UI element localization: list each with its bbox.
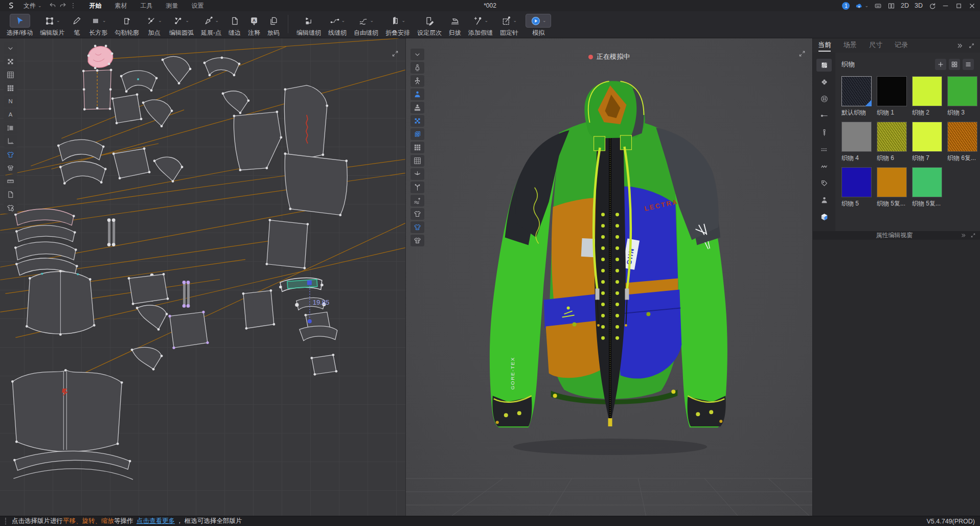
chevron-down-icon[interactable]: ⌄ xyxy=(485,18,489,23)
tool-garment-tools[interactable] xyxy=(4,202,17,214)
toolbar-button-extend-point[interactable]: ⌄延展-点 xyxy=(197,13,225,38)
fabric-item[interactable]: 织物 3 xyxy=(947,76,979,117)
fabric-item[interactable]: 织物 1 xyxy=(877,76,908,117)
tool-toggle-texture-3d[interactable] xyxy=(411,115,424,127)
tool-toggle-garment-overlay[interactable] xyxy=(4,149,17,161)
pattern-2d-view[interactable]: 19.85 NA xyxy=(0,38,405,516)
fabric-item[interactable]: 织物 6 xyxy=(877,122,908,163)
right-panel-tab[interactable]: 尺寸 xyxy=(869,38,882,53)
pattern-piece[interactable] xyxy=(128,273,209,371)
tool-avatar-display[interactable] xyxy=(411,88,424,100)
fabric-swatch[interactable] xyxy=(841,167,872,197)
tool-show-avatar[interactable] xyxy=(411,62,424,74)
statusbar-drag-handle-icon[interactable] xyxy=(5,518,7,524)
menu-tab[interactable]: 素材 xyxy=(108,0,134,11)
tool-wind-controller[interactable] xyxy=(411,181,424,193)
fabric-item[interactable]: 织物 4 xyxy=(841,122,873,163)
tool-fabric-library[interactable] xyxy=(816,59,832,72)
fabric-swatch[interactable] xyxy=(947,122,977,152)
tool-toggle-paper[interactable] xyxy=(4,189,17,200)
collapse-panel-icon[interactable] xyxy=(956,42,963,49)
pattern-piece[interactable] xyxy=(203,57,241,77)
fabric-swatch[interactable] xyxy=(877,122,907,152)
toolbar-button-add-point[interactable]: ⌄加点 xyxy=(143,13,166,38)
pattern-piece[interactable] xyxy=(284,85,328,163)
fabric-swatch[interactable] xyxy=(912,167,942,197)
chevron-down-icon[interactable]: ⌄ xyxy=(158,18,162,23)
pattern-piece[interactable] xyxy=(87,45,113,70)
chevron-down-icon[interactable]: ⌄ xyxy=(215,18,219,23)
tool-gravity[interactable] xyxy=(411,168,424,180)
toolbar-button-seam-allowance[interactable]: 缝边 xyxy=(225,13,244,38)
fabric-item[interactable]: 织物 6复... xyxy=(947,122,979,163)
list-view-button[interactable] xyxy=(963,59,974,70)
toolbar-button-iron[interactable]: 归拔 xyxy=(445,13,465,38)
chevron-down-icon[interactable]: ⌄ xyxy=(186,18,190,23)
tool-show-skeleton[interactable] xyxy=(411,75,424,87)
chevron-down-icon[interactable]: ⌄ xyxy=(102,18,106,23)
pattern-piece[interactable] xyxy=(242,219,309,330)
toolbar-button-trace-outline[interactable]: 勾勒轮廓 xyxy=(111,13,143,38)
pattern-piece[interactable] xyxy=(13,451,133,479)
maximize-button[interactable] xyxy=(955,2,963,10)
tool-toggle-texture-2d[interactable] xyxy=(4,56,17,67)
toolbar-button-rectangle[interactable]: ⌄长方形 xyxy=(85,13,111,38)
minimize-button[interactable] xyxy=(942,2,949,10)
pattern-piece[interactable] xyxy=(14,209,78,276)
pattern-piece[interactable] xyxy=(162,57,192,85)
menu-tab[interactable]: 工具 xyxy=(134,0,159,11)
view-2d-button[interactable]: 2D xyxy=(901,2,909,9)
file-menu[interactable]: 文件 ⌄ xyxy=(19,0,46,11)
toolbar-button-pen[interactable]: 笔 xyxy=(68,13,85,38)
tool-pin-library[interactable] xyxy=(816,109,832,122)
tool-toggle-pattern-names[interactable]: N xyxy=(4,96,17,107)
fabric-item[interactable]: 织物 2 xyxy=(912,76,944,117)
pattern-piece[interactable] xyxy=(82,69,112,111)
tool-pressure-display[interactable] xyxy=(411,195,424,207)
pattern-piece[interactable] xyxy=(11,369,123,452)
toolbar-button-cursor-select[interactable]: 选择/移动 xyxy=(3,13,36,38)
tool-sync-garment[interactable] xyxy=(4,162,17,174)
pattern-piece[interactable] xyxy=(57,140,107,185)
app-logo-icon[interactable] xyxy=(7,2,15,10)
tool-toggle-rulers[interactable] xyxy=(4,135,17,147)
toolbar-button-simulate[interactable]: ⌄模拟 xyxy=(522,13,555,38)
tool-sewing-line-library[interactable] xyxy=(816,160,832,173)
toolbar-button-annotation[interactable]: A注释 xyxy=(244,13,264,38)
tool-zipper-library[interactable] xyxy=(816,126,832,139)
fabric-swatch[interactable] xyxy=(912,76,942,106)
toolbar-button-edit-pattern[interactable]: ⌄编辑版片 xyxy=(36,13,68,38)
tool-toggle-fabric-render[interactable] xyxy=(411,128,424,140)
cloud-sync-button[interactable]: ⌄ xyxy=(855,2,869,10)
add-fabric-button[interactable] xyxy=(935,59,946,70)
right-panel-tab[interactable]: 场景 xyxy=(844,38,857,53)
right-panel-tab[interactable]: 当前 xyxy=(818,38,831,53)
toolbar-button-edit-arc[interactable]: ⌄编辑圆弧 xyxy=(166,13,197,38)
toolbar-button-add-basting[interactable]: ⌄添加假缝 xyxy=(465,13,496,38)
toolbar-button-line-sewing[interactable]: ⌄线缝纫 xyxy=(325,13,350,38)
tool-show-garment-3d[interactable] xyxy=(411,208,424,220)
chevron-down-icon[interactable]: ⌄ xyxy=(370,18,374,23)
notification-badge[interactable]: 1 xyxy=(842,2,850,10)
fabric-swatch[interactable] xyxy=(947,76,977,106)
menu-tab[interactable]: 开始 xyxy=(83,0,108,11)
expand-2d-pane-icon[interactable] xyxy=(391,50,399,58)
menu-tab[interactable]: 测量 xyxy=(159,0,185,11)
tool-topstitch-library[interactable] xyxy=(816,143,832,156)
tool-button-library[interactable] xyxy=(816,93,832,105)
properties-panel-header[interactable]: 属性编辑视窗 xyxy=(813,231,980,240)
close-button[interactable] xyxy=(968,2,976,10)
garment-3d[interactable]: LECTRA CHN xyxy=(406,38,812,516)
menu-tab[interactable]: 设置 xyxy=(185,0,211,11)
toolbar-button-fold-arrange[interactable]: ⌄折叠安排 xyxy=(382,13,414,38)
pattern-piece[interactable] xyxy=(284,152,348,216)
tool-show-seamlines[interactable] xyxy=(411,221,424,233)
shortcut-keys-icon[interactable] xyxy=(874,2,882,10)
toolbar-button-grading[interactable]: 放码 xyxy=(264,13,283,38)
fabric-item[interactable]: 默认织物 xyxy=(841,76,873,117)
pattern-piece[interactable] xyxy=(112,147,184,182)
chevron-down-icon[interactable]: ⌄ xyxy=(341,18,346,23)
redo-icon[interactable] xyxy=(59,2,66,9)
fabric-item[interactable]: 织物 5 xyxy=(841,167,873,208)
fabric-item[interactable]: 织物 7 xyxy=(912,122,944,163)
